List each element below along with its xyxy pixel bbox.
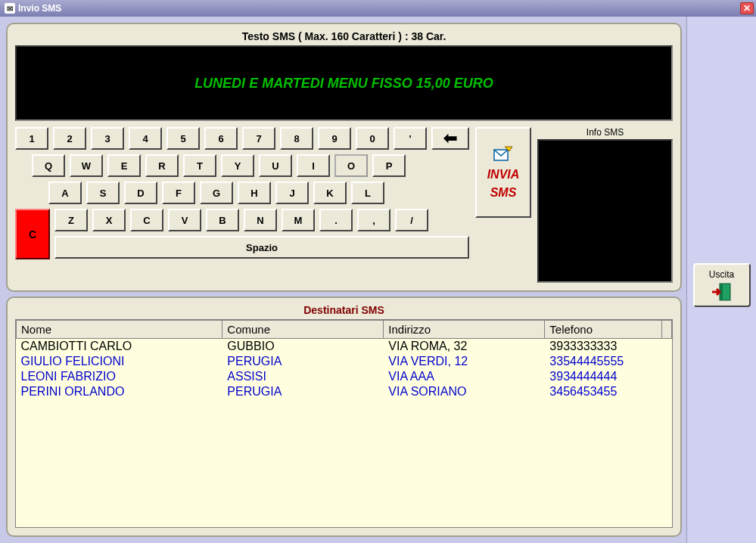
key-p[interactable]: P [372,154,406,177]
sms-panel: Testo SMS ( Max. 160 Caratteri ) : 38 Ca… [6,23,682,292]
key-clear[interactable]: C [15,209,50,259]
key-c[interactable]: C [130,209,163,231]
table-row[interactable]: GIULIO FELICIONIPERUGIAVIA VERDI, 123354… [17,354,672,369]
window-title: Invio SMS [18,3,61,14]
recipients-title: Destinatari SMS [15,304,673,316]
exit-label: Uscita [709,269,734,280]
col-header[interactable]: Indirizzo [384,321,545,339]
side-panel: Uscita [686,17,756,543]
col-header[interactable]: Telefono [545,321,662,339]
key-w[interactable]: W [70,154,103,177]
key-a[interactable]: A [48,182,82,204]
key-d[interactable]: D [124,182,157,204]
recipients-panel: Destinatari SMS NomeComuneIndirizzoTelef… [6,296,682,537]
key-,[interactable]: , [357,209,390,231]
key-5[interactable]: 5 [166,127,200,150]
key-t[interactable]: T [183,154,216,177]
cell-telefono: 3933333333 [545,339,662,355]
key-backspace[interactable]: ⬅ [431,127,469,150]
key-z[interactable]: Z [54,209,88,231]
key-2[interactable]: 2 [53,127,86,150]
key-r[interactable]: R [145,154,179,177]
key-'[interactable]: ' [394,127,427,150]
key-0[interactable]: 0 [356,127,389,150]
cell-telefono: 3934444444 [545,369,662,384]
cell-indirizzo: VIA VERDI, 12 [384,354,545,369]
key-n[interactable]: N [244,209,277,231]
cell-nome: CAMBIOTTI CARLO [17,339,222,355]
key-l[interactable]: L [351,182,384,204]
key-o[interactable]: O [334,154,368,177]
key-e[interactable]: E [107,154,141,177]
key-i[interactable]: I [297,154,330,177]
key-4[interactable]: 4 [129,127,162,150]
key-f[interactable]: F [162,182,195,204]
backspace-icon: ⬅ [443,130,457,147]
exit-button[interactable]: Uscita [693,263,751,307]
key-x[interactable]: X [92,209,126,231]
key-/[interactable]: / [395,209,428,231]
key-6[interactable]: 6 [204,127,238,150]
key-v[interactable]: V [168,209,201,231]
exit-icon [711,282,733,302]
cell-comune: GUBBIO [222,339,384,355]
key-h[interactable]: H [238,182,271,204]
info-sms-label: Info SMS [537,127,673,138]
send-icon [493,145,514,163]
key-b[interactable]: B [206,209,239,231]
key-u[interactable]: U [259,154,292,177]
close-button[interactable]: ✕ [740,2,754,14]
cell-nome: GIULIO FELICIONI [17,354,222,369]
app-icon: ✉ [5,3,15,14]
key-9[interactable]: 9 [318,127,351,150]
send-label-1: INVIA [487,168,520,182]
key-3[interactable]: 3 [91,127,124,150]
sms-header: Testo SMS ( Max. 160 Caratteri ) : 38 Ca… [15,30,673,42]
table-row[interactable]: CAMBIOTTI CARLOGUBBIOVIA ROMA, 323933333… [17,339,672,355]
info-sms-box [537,139,673,283]
cell-comune: PERUGIA [222,384,384,399]
key-g[interactable]: G [200,182,233,204]
sms-text-display[interactable]: LUNEDI E MARTEDI MENU FISSO 15,00 EURO [15,45,673,121]
key-1[interactable]: 1 [15,127,48,150]
sms-text: LUNEDI E MARTEDI MENU FISSO 15,00 EURO [194,76,493,92]
cell-nome: PERINI ORLANDO [17,384,222,399]
cell-indirizzo: VIA SORIANO [384,384,545,399]
send-label-2: SMS [490,186,517,200]
cell-telefono: 3456453455 [545,384,662,399]
cell-telefono: 33544445555 [545,354,662,369]
key-y[interactable]: Y [221,154,254,177]
key-j[interactable]: J [275,182,309,204]
key-s[interactable]: S [86,182,120,204]
recipients-grid[interactable]: NomeComuneIndirizzoTelefono CAMBIOTTI CA… [15,319,673,528]
cell-indirizzo: VIA ROMA, 32 [384,339,545,355]
col-header-spacer [662,321,672,339]
table-row[interactable]: LEONI FABRIZIOASSISIVIA AAA3934444444 [17,369,672,384]
table-row[interactable]: PERINI ORLANDOPERUGIAVIA SORIANO34564534… [17,384,672,399]
cell-comune: ASSISI [222,369,384,384]
titlebar: ✉ Invio SMS ✕ [0,0,756,17]
key-k[interactable]: K [313,182,347,204]
key-m[interactable]: M [282,209,315,231]
send-sms-button[interactable]: INVIA SMS [475,127,531,218]
col-header[interactable]: Nome [17,321,222,339]
col-header[interactable]: Comune [222,321,384,339]
cell-indirizzo: VIA AAA [384,369,545,384]
key-q[interactable]: Q [32,154,65,177]
key-.[interactable]: . [319,209,353,231]
key-space[interactable]: Spazio [54,236,469,259]
cell-comune: PERUGIA [222,354,384,369]
cell-nome: LEONI FABRIZIO [17,369,222,384]
key-8[interactable]: 8 [280,127,313,150]
key-7[interactable]: 7 [242,127,275,150]
